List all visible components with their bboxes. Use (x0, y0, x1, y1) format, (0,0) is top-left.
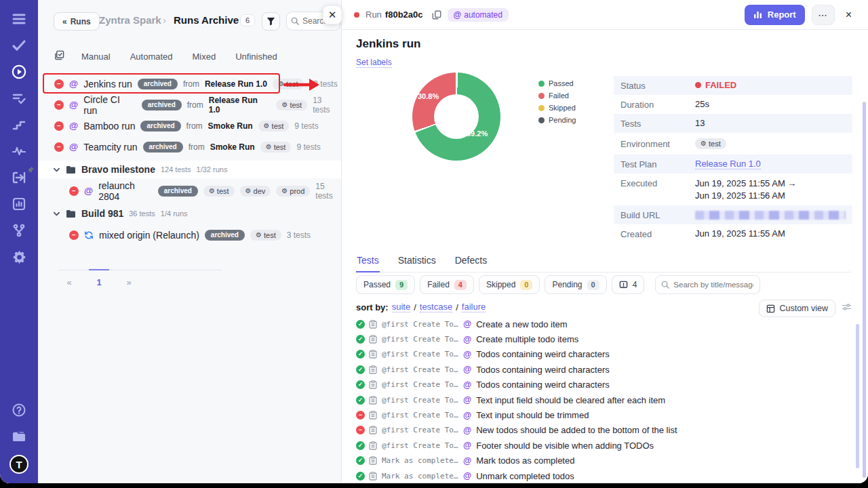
filter-skipped-chip[interactable]: Skipped 0 (479, 275, 540, 294)
executed-start: Jun 19, 2025 11:55 AM → (695, 178, 796, 190)
panel-scrollbar[interactable] (863, 102, 866, 478)
clipboard-icon (369, 350, 377, 359)
test-row[interactable]: ✓ @first Create To… @ Todos containing w… (342, 347, 859, 362)
test-row[interactable]: ✓ @first Create To… @ Text input field s… (342, 392, 859, 407)
test-plans-icon[interactable] (11, 90, 27, 106)
test-row[interactable]: ✓ @first Create To… @ Create a new todo … (342, 317, 859, 331)
test-row[interactable]: − @first Create To… @ Text input should … (342, 407, 859, 422)
filter-failed-chip[interactable]: Failed 4 (420, 275, 474, 294)
build-url-redacted-value[interactable] (695, 211, 846, 220)
tab-tests[interactable]: Tests (356, 252, 380, 272)
multi-select-icon[interactable] (54, 50, 64, 62)
sort-by-testcase-link[interactable]: testcase (420, 302, 452, 312)
run-row-teamcity[interactable]: − @ Teamcity run archived from Smoke Run… (38, 136, 341, 157)
tests-search-box[interactable] (655, 275, 760, 294)
tests-count: 13 tests (313, 96, 341, 115)
automated-run-icon: @ (69, 121, 78, 131)
more-actions-button[interactable]: ⋯ (812, 5, 835, 25)
chevron-down-icon[interactable] (53, 210, 60, 218)
set-labels-link[interactable]: Set labels (356, 58, 392, 68)
filter-pending-chip[interactable]: Pending 0 (545, 275, 606, 294)
tests-search-input[interactable] (673, 281, 753, 289)
legend-passed: Passed (538, 79, 576, 87)
passed-status-icon: ✓ (356, 320, 365, 329)
sort-by-suite-link[interactable]: suite (392, 302, 410, 312)
test-row[interactable]: ✓ @first Create To… @ Footer should be v… (342, 438, 859, 453)
test-suite: @first Create To… (382, 335, 459, 344)
test-row[interactable]: ✓ @first Create To… @ Todos containing w… (342, 362, 859, 377)
breadcrumb-project[interactable]: Zyntra Spark (99, 14, 161, 26)
gear-icon: ⚙ (266, 144, 272, 150)
tab-defects[interactable]: Defects (454, 252, 488, 272)
source-plan: Release Run 1.0 (205, 79, 267, 89)
runs-play-icon[interactable] (11, 64, 27, 80)
report-chart-icon (753, 10, 763, 19)
copy-icon[interactable] (432, 10, 441, 20)
milestones-steps-icon[interactable] (11, 117, 27, 133)
filter-passed-chip[interactable]: Passed 9 (356, 275, 415, 294)
projects-folder-icon[interactable] (11, 428, 27, 445)
tests-check-icon[interactable] (11, 37, 27, 54)
folder-name: Bravo milestone (81, 164, 155, 175)
settings-gear-icon[interactable] (11, 249, 27, 265)
filter-button[interactable] (262, 12, 280, 30)
branches-icon[interactable] (11, 222, 27, 239)
help-icon[interactable] (11, 402, 27, 418)
test-filters: Passed 9 Failed 4 Skipped 0 Pending 0 4 (356, 275, 760, 294)
pin-icon[interactable] (27, 164, 35, 176)
back-chevron-icon: « (62, 17, 67, 26)
folder-icon (66, 165, 76, 174)
test-row[interactable]: − @first Create To… @ New todos should b… (342, 423, 859, 438)
analytics-icon[interactable] (11, 196, 27, 212)
folder-row-build-981[interactable]: Build 981 36 tests 1/4 runs (38, 205, 341, 222)
pagination-next-button[interactable]: » (119, 276, 139, 287)
test-suite: Mark as complete… (382, 472, 459, 481)
report-button[interactable]: Report (745, 5, 805, 25)
archived-badge: archived (143, 142, 183, 152)
chart-legend: Passed Failed Skipped Pending (538, 79, 576, 124)
pagination-prev-button[interactable]: « (59, 276, 79, 287)
test-suite: @first Create To… (382, 411, 459, 420)
filter-comments-chip[interactable]: 4 (612, 275, 645, 294)
message-icon (619, 281, 628, 289)
panel-close-button[interactable]: ✕ (323, 5, 342, 24)
activity-pulse-icon[interactable] (11, 143, 27, 159)
failed-status-icon: − (54, 142, 64, 152)
detail-close-button[interactable]: × (842, 7, 856, 22)
test-row[interactable]: ✓ @first Create To… @ Todos containing w… (342, 378, 859, 392)
test-row[interactable]: ✓ Mark as complete… @ Unmark completed t… (342, 468, 859, 483)
tab-statistics[interactable]: Statistics (397, 252, 437, 272)
test-suite: @first Create To… (382, 396, 459, 405)
failed-count-badge: 4 (454, 280, 467, 290)
test-row[interactable]: ✓ Mark as complete… @ Mark todos as comp… (342, 453, 859, 468)
env-chip: ⚙test (695, 138, 726, 149)
failed-dot-icon (538, 93, 545, 99)
pagination-page-1[interactable]: 1 (89, 269, 109, 288)
folder-row-bravo-milestone[interactable]: Bravo milestone 124 tests 1/32 runs (38, 161, 341, 178)
back-to-runs-button[interactable]: « Runs (54, 12, 100, 30)
run-row-jenkins[interactable]: − @ Jenkins run archived from Release Ru… (38, 73, 341, 94)
run-row-circle-ci[interactable]: − @ Circle CI run archived from Release … (38, 94, 341, 115)
test-title: Todos containing weird characters (476, 380, 610, 390)
run-row-bamboo[interactable]: − @ Bamboo run archived from Smoke Run ⚙… (38, 115, 341, 136)
tab-manual[interactable]: Manual (81, 52, 111, 62)
run-row-relaunch-2804[interactable]: − @ relaunch 2804 archived ⚙test ⚙dev ⚙p… (38, 180, 341, 201)
test-plan-link[interactable]: Release Run 1.0 (695, 159, 761, 169)
tab-mixed[interactable]: Mixed (193, 52, 216, 62)
sort-by-failure-link[interactable]: failure (462, 302, 486, 312)
tests-list-scrollbar[interactable] (856, 324, 859, 468)
source-plan: Smoke Run (208, 121, 253, 131)
test-title: Todos containing weird characters (476, 349, 610, 359)
view-settings-sliders-icon[interactable] (842, 302, 852, 312)
run-row-mixed-origin[interactable]: − mixed origin (Relaunch) archived ⚙test… (38, 224, 341, 245)
automated-run-icon: @ (84, 186, 93, 196)
tab-unfinished[interactable]: Unfinished (235, 52, 277, 62)
tab-automated[interactable]: Automated (130, 52, 173, 62)
app-logo[interactable]: T (9, 455, 28, 474)
pending-dot-icon (538, 117, 545, 123)
import-icon[interactable] (11, 169, 27, 186)
chevron-down-icon[interactable] (53, 166, 60, 174)
test-row[interactable]: ✓ @first Create To… @ Create multiple to… (342, 331, 859, 346)
menu-icon[interactable] (11, 11, 27, 27)
custom-view-button[interactable]: Custom view (759, 300, 835, 317)
